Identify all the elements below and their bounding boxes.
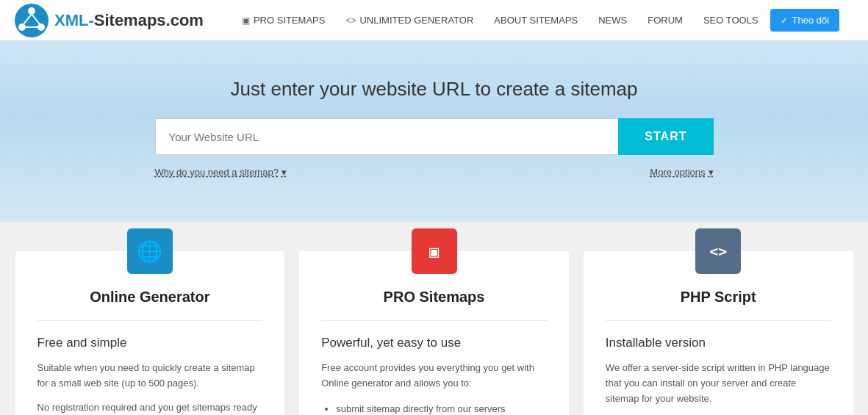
card-bullets-pro: submit sitemap directly from our servers… xyxy=(321,400,547,415)
code-icon: <> xyxy=(709,242,727,260)
svg-point-1 xyxy=(28,7,35,15)
nav-unlimited-generator[interactable]: <> UNLIMITED GENERATOR xyxy=(337,9,482,32)
check-icon: ✓ xyxy=(781,15,788,26)
nav-forum[interactable]: FORUM xyxy=(639,9,692,32)
nav-about-sitemaps[interactable]: ABOUT SITEMAPS xyxy=(485,9,587,32)
card-subtitle-online-gen: Free and simple xyxy=(37,336,263,350)
card-desc2-online-gen: No registration required and you get sit… xyxy=(37,400,263,415)
card-title-pro: PRO Sitemaps xyxy=(321,289,547,306)
logo[interactable]: XML-Sitemaps.com xyxy=(15,4,204,37)
card-divider-2 xyxy=(321,320,547,321)
card-title-online-gen: Online Generator xyxy=(37,289,263,306)
list-item: submit sitemap directly from our servers xyxy=(336,400,547,415)
card-subtitle-php: Installable version xyxy=(606,336,831,350)
svg-point-2 xyxy=(18,24,26,31)
nav-links: ▣ PRO SITEMAPS <> UNLIMITED GENERATOR AB… xyxy=(233,9,853,32)
hero-links: Why do you need a sitemap? ▾ More option… xyxy=(155,167,714,178)
logo-text: XML-Sitemaps.com xyxy=(54,11,204,30)
start-button[interactable]: START xyxy=(618,118,713,155)
card-desc1-online-gen: Suitable when you need to quickly create… xyxy=(37,361,263,391)
more-options-link[interactable]: More options ▾ xyxy=(650,167,713,178)
hero-form: START xyxy=(155,118,714,155)
card-title-php: PHP Script xyxy=(606,289,831,306)
card-pro-sitemaps: ▣ PRO Sitemaps Powerful, yet easy to use… xyxy=(299,251,569,415)
card-divider-1 xyxy=(37,320,263,321)
card-desc1-pro: Free account provides you everything you… xyxy=(321,361,547,391)
chevron-down-icon-2: ▾ xyxy=(709,167,714,178)
logo-icon xyxy=(15,4,49,37)
php-script-icon-wrap: <> xyxy=(695,228,741,274)
nav-seo-tools[interactable]: SEO TOOLS xyxy=(695,9,767,32)
pro-sitemaps-icon-wrap: ▣ xyxy=(412,228,457,274)
unlimited-gen-icon: <> xyxy=(345,15,356,26)
navbar: XML-Sitemaps.com ▣ PRO SITEMAPS <> UNLIM… xyxy=(0,0,868,41)
url-input[interactable] xyxy=(155,118,619,155)
globe-icon: 🌐 xyxy=(137,239,162,264)
hero-heading: Just enter your website URL to create a … xyxy=(15,78,853,101)
card-online-generator: 🌐 Online Generator Free and simple Suita… xyxy=(15,251,285,415)
why-sitemap-link[interactable]: Why do you need a sitemap? ▾ xyxy=(155,167,287,178)
nav-news[interactable]: NEWS xyxy=(589,9,636,32)
cards-container: 🌐 Online Generator Free and simple Suita… xyxy=(15,251,853,415)
card-subtitle-pro: Powerful, yet easy to use xyxy=(321,336,547,350)
online-gen-icon-wrap: 🌐 xyxy=(127,228,173,274)
svg-point-3 xyxy=(37,24,45,31)
card-desc1-php: We offer a server-side script written in… xyxy=(606,361,831,406)
card-php-script: <> PHP Script Installable version We off… xyxy=(584,251,853,415)
pro-sitemaps-icon: ▣ xyxy=(242,15,250,26)
hero-section: Just enter your website URL to create a … xyxy=(0,41,868,222)
card-divider-3 xyxy=(606,320,831,321)
nav-pro-sitemaps[interactable]: ▣ PRO SITEMAPS xyxy=(233,9,334,32)
chevron-down-icon: ▾ xyxy=(281,167,287,178)
theo-doi-button[interactable]: ✓ Theo dõi xyxy=(770,9,840,32)
cards-section: 🌐 Online Generator Free and simple Suita… xyxy=(0,222,868,415)
pro-icon: ▣ xyxy=(429,242,439,261)
